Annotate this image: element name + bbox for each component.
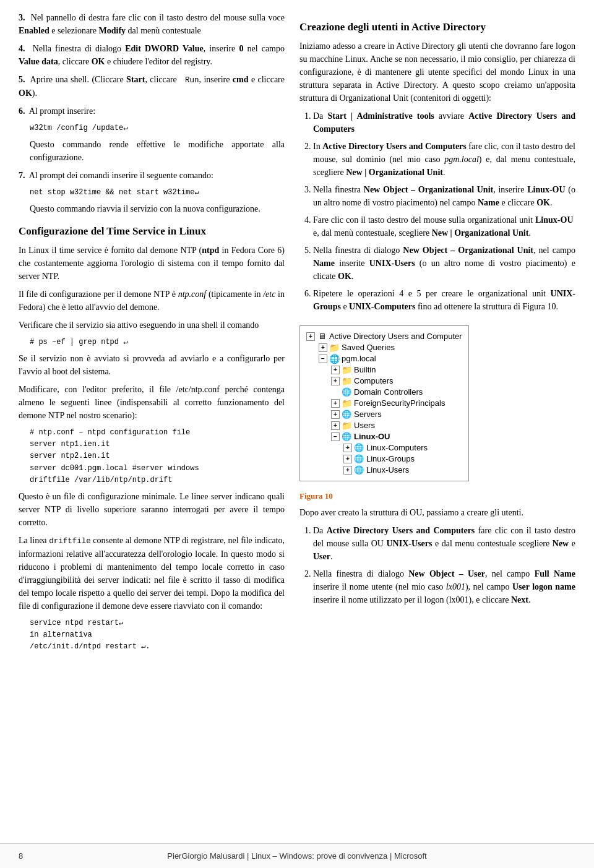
step2-1: Da Active Directory Users and Computers … — [313, 524, 575, 563]
folder-icon-builtin: 📁 — [342, 365, 351, 375]
tree-label-servers: Servers — [354, 410, 382, 419]
tree-label-dc: Domain Controllers — [354, 387, 423, 397]
tree-label-sq: Saved Queries — [342, 343, 395, 352]
service-command: service ntpd restart↵ in alternativa /et… — [30, 617, 285, 653]
step2-2: Nella finestra di dialogo New Object – U… — [313, 567, 575, 606]
tree-label-root: Active Directory Users and Computer — [329, 332, 462, 341]
tree-label-linuxgroups: Linux-Groups — [366, 454, 415, 463]
tree-expand-linuxou[interactable]: − — [331, 432, 340, 441]
tree-linuxgroups: + 🌐 Linux-Groups — [306, 453, 462, 465]
tree-label-linuxcomp: Linux-Computers — [366, 443, 428, 452]
tree-users: + 📁 Users — [306, 420, 462, 431]
tree-root: + 🖥 Active Directory Users and Computer — [306, 331, 462, 342]
tree-fsp: + 📁 ForeignSecurityPrincipals — [306, 398, 462, 409]
linux-p3: Verificare che il servizio sia attivo es… — [19, 319, 285, 332]
ou-icon-linux: 🌐 — [342, 432, 351, 442]
tree-builtin: + 📁 Builtin — [306, 364, 462, 376]
tree-label-builtin: Builtin — [354, 365, 376, 374]
ou-icon-linuxgroups: 🌐 — [354, 454, 364, 464]
creazione-title: Creazione degli utenti in Active Directo… — [299, 20, 575, 35]
folder-icon-users: 📁 — [342, 421, 351, 431]
w32tm-desc: Questo commando rende effettive le modif… — [30, 138, 285, 164]
net-stop-command: net stop w32time && net start w32time↵ — [30, 187, 285, 199]
linux-section-title: Configurazione del Time Service in Linux — [19, 224, 285, 239]
tree-expand-root[interactable]: + — [306, 332, 315, 341]
servers-icon: 🌐 — [342, 410, 351, 419]
tree-label-pgm: pgm.local — [342, 354, 376, 363]
tree-linuxcomputers: + 🌐 Linux-Computers — [306, 442, 462, 453]
tree-expand-sq[interactable]: + — [319, 343, 327, 352]
tree-expand-pgm[interactable]: − — [319, 355, 327, 363]
creazione-p1: Iniziamo adesso a creare in Active Direc… — [299, 40, 575, 105]
tree-expand-fsp[interactable]: + — [331, 399, 340, 408]
folder-icon-computers: 📁 — [342, 376, 351, 386]
tree-diagram: + 🖥 Active Directory Users and Computer … — [299, 325, 469, 481]
content-area: 3. Nel pannello di destra fare clic con … — [0, 0, 594, 694]
tree-expand-users[interactable]: + — [331, 421, 340, 430]
step-5: Nella finestra di dialogo New Object – O… — [313, 244, 575, 283]
linux-p1: In Linux il time service è fornito dal d… — [19, 244, 285, 283]
tree-dc: 🌐 Domain Controllers — [306, 387, 462, 398]
tree-linuxou: − 🌐 Linux-OU — [306, 431, 462, 442]
domain-icon: 🌐 — [329, 354, 339, 364]
tree-expand-computers[interactable]: + — [331, 377, 340, 385]
tree-savedqueries: + 📁 Saved Queries — [306, 342, 462, 353]
item5: 5. Aprire una shell. (Cliccare Start, cl… — [19, 73, 285, 100]
footer: 8 PierGiorgio Malusardi | Linux – Window… — [0, 843, 594, 868]
step-3: Nella finestra New Object – Organization… — [313, 183, 575, 209]
item7: 7. Al prompt dei comandi inserire il seg… — [19, 169, 285, 182]
left-column: 3. Nel pannello di destra fare clic con … — [19, 11, 285, 656]
net-stop-desc: Questo commando riavvia il servizio con … — [30, 202, 285, 215]
steps-list: Da Start | Administrative tools avviare … — [313, 110, 575, 313]
item3: 3. Nel pannello di destra fare clic con … — [19, 11, 285, 37]
page: 3. Nel pannello di destra fare clic con … — [0, 0, 594, 868]
linux-p2: Il file di configurazione per il demone … — [19, 288, 285, 314]
linux-p6: Questo è un file di configurazione minim… — [19, 490, 285, 529]
dc-icon: 🌐 — [342, 387, 351, 397]
right-column: Creazione degli utenti in Active Directo… — [299, 11, 575, 656]
tree-linuxusers: + 🌐 Linux-Users — [306, 465, 462, 476]
page-number: 8 — [19, 851, 23, 861]
step-1: Da Start | Administrative tools avviare … — [313, 110, 575, 135]
dopo-p1: Dopo aver creato la struttura di OU, pas… — [299, 506, 575, 519]
step-2: In Active Directory Users and Computers … — [313, 140, 575, 179]
tree-label-users: Users — [354, 421, 375, 430]
tree-label-linuxusers: Linux-Users — [366, 465, 409, 475]
ps-command: # ps –ef | grep ntpd ↵ — [30, 337, 285, 348]
tree-expand-linuxcomp[interactable]: + — [343, 444, 352, 452]
linux-p4: Se il servizio non è avviato si provveda… — [19, 352, 285, 378]
tree-expand-builtin[interactable]: + — [331, 366, 340, 374]
tree-pgmlocal: − 🌐 pgm.local — [306, 353, 462, 364]
folder-icon-fsp: 📁 — [342, 398, 351, 408]
ou-icon-linuxusers: 🌐 — [354, 465, 364, 475]
steps2-list: Da Active Directory Users and Computers … — [313, 524, 575, 606]
tree-label-fsp: ForeignSecurityPrincipals — [354, 398, 445, 408]
folder-icon-sq: 📁 — [329, 343, 339, 353]
footer-text: PierGiorgio Malusardi | Linux – Windows:… — [167, 851, 426, 861]
step-4: Fare clic con il tasto destro del mouse … — [313, 213, 575, 239]
w32tm-command: w32tm /config /update↵ — [30, 122, 285, 134]
step-6: Ripetere le operazioni 4 e 5 per creare … — [313, 287, 575, 313]
item4: 4. Nella finestra di dialogo Edit DWORD … — [19, 42, 285, 68]
linux-p5: Modificare, con l'editor preferito, il f… — [19, 383, 285, 422]
tree-computers: + 📁 Computers — [306, 376, 462, 387]
tree-expand-linuxgroups[interactable]: + — [343, 455, 352, 463]
computer-icon: 🖥 — [317, 332, 327, 342]
linux-p7: La linea driftfile consente al demone NT… — [19, 534, 285, 612]
tree-servers: + 🌐 Servers — [306, 409, 462, 420]
ntp-config-block: # ntp.conf – ntpd configuration file ser… — [30, 427, 285, 486]
item6: 6. Al prompt inserire: — [19, 105, 285, 118]
ou-icon-linuxcomp: 🌐 — [354, 443, 364, 453]
tree-label-computers: Computers — [354, 376, 394, 385]
figura-label: Figura 10 — [299, 491, 575, 501]
tree-expand-linuxusers[interactable]: + — [343, 466, 352, 475]
tree-label-linuxou: Linux-OU — [354, 432, 390, 441]
tree-expand-servers[interactable]: + — [331, 410, 340, 419]
